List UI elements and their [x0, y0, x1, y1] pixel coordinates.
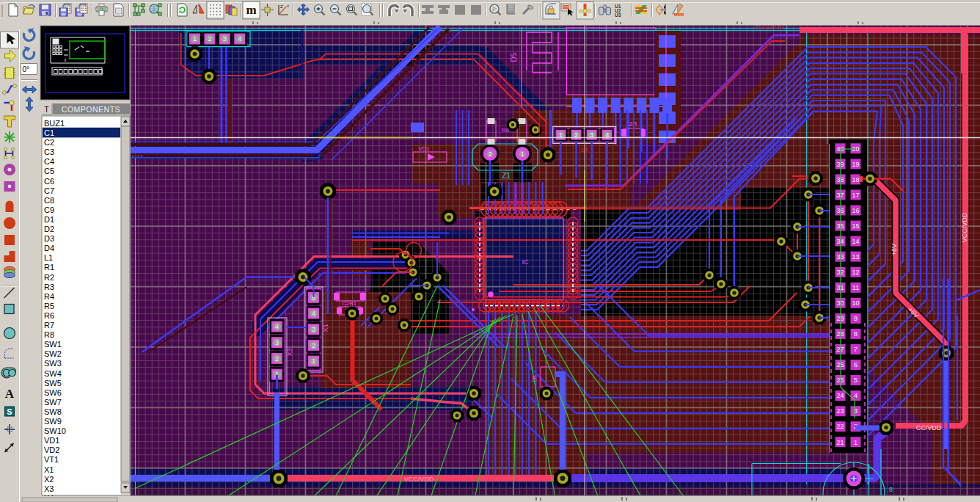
svg-text:R2: R2 — [44, 273, 54, 282]
svg-text:X2: X2 — [44, 475, 54, 484]
svg-text:SW6: SW6 — [44, 388, 62, 397]
svg-text:VCC/VDD: VCC/VDD — [961, 212, 968, 242]
svg-text:SW1: SW1 — [44, 340, 62, 349]
svg-text:SW4: SW4 — [44, 369, 62, 378]
svg-text:C4: C4 — [44, 157, 54, 166]
svg-text:VD2: VD2 — [44, 445, 59, 454]
svg-text:D2: D2 — [44, 225, 54, 233]
svg-text:21: 21 — [836, 439, 844, 446]
svg-text:R4: R4 — [44, 292, 54, 301]
svg-text:VD1: VD1 — [44, 436, 59, 445]
svg-text:C6: C6 — [44, 177, 54, 186]
svg-text:C3: C3 — [44, 148, 54, 156]
svg-text:9: 9 — [854, 315, 858, 322]
svg-text:2: 2 — [312, 342, 315, 349]
svg-text:COMPONENTS: COMPONENTS — [62, 105, 120, 114]
svg-text:8: 8 — [889, 486, 893, 493]
svg-text:2: 2 — [489, 150, 492, 158]
svg-text:4: 4 — [238, 35, 241, 43]
svg-text:SW7: SW7 — [44, 398, 62, 407]
svg-text:X1: X1 — [321, 324, 329, 332]
svg-text:SW3: SW3 — [44, 359, 62, 368]
svg-text:X3: X3 — [44, 484, 54, 493]
svg-text:L1: L1 — [44, 253, 53, 262]
svg-text:IC: IC — [522, 258, 530, 266]
svg-text:17: 17 — [852, 192, 859, 199]
svg-text:3: 3 — [275, 339, 279, 346]
svg-text:D4: D4 — [44, 244, 54, 252]
svg-text:10: 10 — [852, 299, 859, 307]
svg-text:7: 7 — [854, 346, 858, 353]
svg-text:C2B1: C2B1 — [342, 300, 357, 307]
svg-text:SW9: SW9 — [44, 417, 62, 426]
svg-text:15: 15 — [852, 222, 859, 230]
svg-text:3: 3 — [223, 35, 227, 43]
svg-text:VCC/VDD: VCC/VDD — [404, 476, 434, 483]
svg-text:D3: D3 — [44, 234, 54, 243]
svg-text:4: 4 — [275, 323, 279, 330]
svg-text:VT1: VT1 — [44, 455, 59, 464]
svg-text:x: x — [287, 4, 289, 8]
svg-text:Z: Z — [280, 4, 283, 9]
svg-text:3: 3 — [312, 326, 315, 333]
svg-text:S: S — [7, 407, 12, 416]
svg-text:1: 1 — [521, 150, 524, 158]
svg-text:C5: C5 — [44, 167, 54, 175]
svg-text:1: 1 — [312, 357, 315, 365]
svg-text:12: 12 — [852, 269, 859, 276]
svg-text:R5: R5 — [44, 302, 54, 310]
svg-text:18: 18 — [852, 176, 859, 183]
svg-text:22: 22 — [836, 423, 844, 430]
svg-text:CC/VDD: CC/VDD — [916, 424, 942, 432]
svg-text:C1: C1 — [44, 128, 54, 137]
svg-text:C8: C8 — [44, 196, 54, 205]
svg-text:A: A — [5, 387, 15, 401]
svg-text:1: 1 — [854, 439, 858, 446]
svg-text:8: 8 — [854, 330, 858, 338]
svg-text:19: 19 — [852, 161, 859, 168]
svg-text:+6V: +6V — [891, 244, 898, 255]
svg-text:SW2: SW2 — [44, 349, 62, 358]
svg-text:BUZ1: BUZ1 — [44, 119, 65, 128]
svg-text:C9: C9 — [44, 205, 54, 214]
svg-text:VD1: VD1 — [418, 145, 430, 152]
svg-text:4: 4 — [854, 392, 858, 399]
svg-text:C7: C7 — [44, 186, 54, 195]
svg-text:SW10: SW10 — [44, 426, 66, 435]
svg-text:R1: R1 — [44, 263, 54, 272]
svg-text:D1: D1 — [44, 215, 54, 224]
svg-text:2: 2 — [275, 355, 279, 363]
svg-text:Z1: Z1 — [502, 172, 511, 180]
svg-text:5: 5 — [854, 376, 858, 384]
svg-text:R3: R3 — [44, 283, 54, 291]
svg-text:13: 13 — [852, 253, 859, 261]
svg-text:14: 14 — [852, 238, 859, 245]
svg-text:2: 2 — [208, 35, 211, 43]
svg-text:T: T — [45, 106, 49, 114]
svg-text:U3: U3 — [615, 12, 621, 18]
svg-text:X1: X1 — [44, 465, 54, 474]
svg-text:0°: 0° — [23, 65, 30, 73]
svg-text:R7: R7 — [44, 321, 54, 330]
svg-text:4: 4 — [312, 310, 315, 317]
svg-text:23: 23 — [836, 407, 844, 415]
svg-text:SW8: SW8 — [44, 407, 62, 416]
svg-text:SW5: SW5 — [44, 379, 62, 388]
svg-text:24: 24 — [836, 392, 844, 399]
svg-text:R6: R6 — [44, 311, 54, 320]
svg-text:11: 11 — [852, 284, 859, 291]
svg-text:m: m — [246, 3, 256, 17]
svg-text:D5: D5 — [510, 52, 518, 62]
svg-text:F: F — [198, 3, 200, 7]
svg-text:X3: X3 — [286, 348, 293, 356]
svg-text:16: 16 — [852, 207, 859, 214]
svg-text:C2: C2 — [44, 138, 54, 147]
svg-text:1: 1 — [193, 35, 197, 43]
svg-text:R8: R8 — [44, 330, 54, 339]
svg-text:6: 6 — [854, 361, 858, 368]
